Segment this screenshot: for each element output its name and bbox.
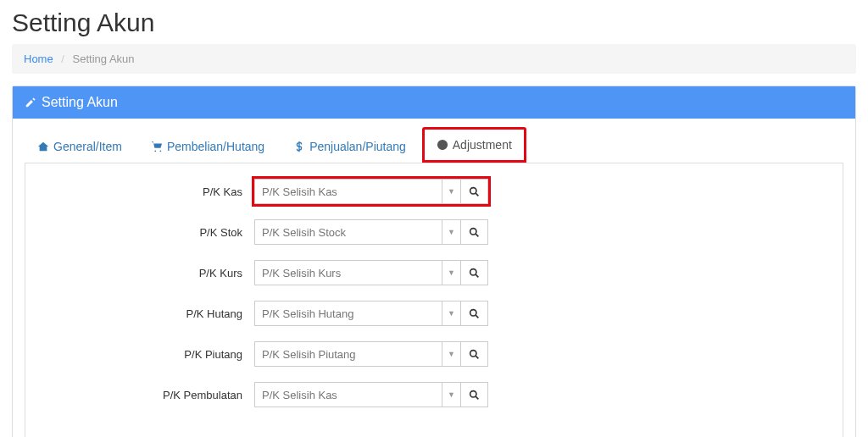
tabs: General/Item Pembelian/Hutang Penjualan/…: [13, 119, 855, 163]
search-piutang[interactable]: [461, 341, 488, 367]
tab-pembelian[interactable]: Pembelian/Hutang: [138, 128, 277, 163]
search-icon: [469, 227, 480, 238]
row-piutang: P/K Piutang P/K Selisih Piutang ▼: [25, 341, 843, 367]
select-stok[interactable]: P/K Selisih Stock: [254, 219, 442, 245]
search-stok[interactable]: [461, 219, 488, 245]
cart-icon: [151, 141, 163, 152]
adjust-icon: [437, 139, 448, 151]
search-hutang[interactable]: [461, 301, 488, 326]
caret-kurs[interactable]: ▼: [442, 260, 461, 285]
search-icon: [469, 349, 480, 360]
search-kas[interactable]: [461, 179, 488, 204]
tab-general-label: General/Item: [53, 140, 122, 153]
row-stok: P/K Stok P/K Selisih Stock ▼: [25, 219, 843, 245]
select-kas[interactable]: P/K Selisih Kas: [254, 179, 442, 204]
svg-line-3: [476, 234, 478, 236]
tab-penjualan-label: Penjualan/Piutang: [309, 140, 406, 153]
breadcrumb-current: Setting Akun: [73, 53, 135, 65]
row-pembulatan: P/K Pembulatan P/K Selisih Kas ▼: [25, 382, 843, 407]
form-area: P/K Kas P/K Selisih Kas ▼ P/K Stok P/K S…: [25, 163, 843, 437]
breadcrumb: Home / Setting Akun: [12, 44, 856, 74]
caret-kas[interactable]: ▼: [442, 179, 461, 204]
svg-line-1: [476, 193, 478, 196]
svg-point-6: [470, 309, 476, 315]
caret-piutang[interactable]: ▼: [442, 341, 461, 367]
caret-stok[interactable]: ▼: [442, 219, 461, 245]
page-title: Setting Akun: [0, 0, 868, 44]
caret-pembulatan[interactable]: ▼: [442, 382, 461, 407]
label-pembulatan: P/K Pembulatan: [25, 389, 254, 401]
tab-pembelian-label: Pembelian/Hutang: [167, 140, 264, 153]
label-stok: P/K Stok: [25, 226, 254, 239]
row-kurs: P/K Kurs P/K Selisih Kurs ▼: [25, 260, 843, 285]
search-icon: [469, 268, 480, 279]
breadcrumb-home[interactable]: Home: [24, 53, 53, 65]
svg-line-5: [476, 274, 478, 277]
svg-point-10: [470, 390, 476, 396]
dollar-icon: [293, 141, 305, 152]
row-hutang: P/K Hutang P/K Selisih Hutang ▼: [25, 301, 843, 326]
search-pembulatan[interactable]: [461, 382, 488, 407]
pencil-icon: [25, 97, 36, 108]
search-icon: [469, 308, 480, 319]
label-piutang: P/K Piutang: [25, 348, 254, 361]
tab-adjustment[interactable]: Adjustment: [422, 127, 526, 163]
svg-line-11: [476, 396, 478, 399]
label-kas: P/K Kas: [25, 185, 254, 198]
tab-adjustment-label: Adjustment: [453, 138, 512, 152]
svg-line-7: [476, 315, 478, 318]
panel-heading: Setting Akun: [13, 86, 855, 119]
select-hutang[interactable]: P/K Selisih Hutang: [254, 301, 442, 326]
svg-point-0: [470, 187, 476, 193]
caret-hutang[interactable]: ▼: [442, 301, 461, 326]
select-pembulatan[interactable]: P/K Selisih Kas: [254, 382, 442, 407]
tab-general[interactable]: General/Item: [25, 128, 135, 163]
select-piutang[interactable]: P/K Selisih Piutang: [254, 341, 442, 367]
home-icon: [37, 141, 49, 152]
panel-title: Setting Akun: [42, 95, 118, 110]
label-kurs: P/K Kurs: [25, 267, 254, 279]
svg-point-2: [470, 228, 476, 234]
search-icon: [469, 390, 480, 401]
search-icon: [469, 186, 480, 197]
breadcrumb-separator: /: [56, 53, 70, 65]
svg-point-4: [470, 268, 476, 274]
tab-penjualan[interactable]: Penjualan/Piutang: [281, 128, 419, 163]
label-hutang: P/K Hutang: [25, 307, 254, 320]
settings-panel: Setting Akun General/Item Pembelian/Huta…: [12, 86, 856, 437]
svg-point-8: [470, 350, 476, 356]
row-kas: P/K Kas P/K Selisih Kas ▼: [25, 179, 843, 204]
svg-line-9: [476, 356, 478, 358]
search-kurs[interactable]: [461, 260, 488, 285]
select-kurs[interactable]: P/K Selisih Kurs: [254, 260, 442, 285]
